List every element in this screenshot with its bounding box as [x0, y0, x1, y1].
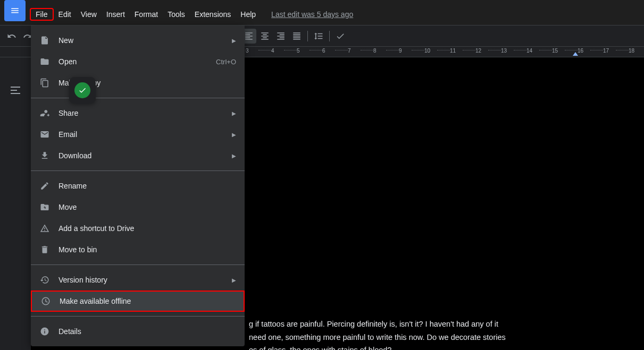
ruler-number: 4 — [271, 48, 297, 54]
menu-divider — [31, 316, 245, 317]
file-menu-open[interactable]: Open Ctrl+O — [31, 51, 245, 72]
share-icon — [39, 108, 50, 118]
menu-edit[interactable]: Edit — [54, 8, 76, 21]
more-button[interactable] — [333, 29, 348, 44]
file-menu-share[interactable]: Share ▶ — [31, 103, 245, 124]
document-outline-icon[interactable] — [9, 84, 22, 97]
new-doc-icon — [39, 35, 50, 46]
file-menu-label: Add a shortcut to Drive — [58, 224, 134, 233]
keyboard-shortcut: Ctrl+O — [216, 58, 236, 66]
submenu-arrow-icon: ▶ — [232, 38, 236, 44]
last-edit-link[interactable]: Last edit was 5 days ago — [271, 10, 353, 19]
checkmark-icon — [74, 82, 90, 98]
file-menu-move-to-bin[interactable]: Move to bin — [31, 239, 245, 260]
menu-extensions[interactable]: Extensions — [190, 8, 236, 21]
file-menu-version-history[interactable]: Version history ▶ — [31, 269, 245, 291]
header-bar: The maple of pain ☆ File Edit View Inser… — [0, 0, 644, 25]
file-menu-label: Rename — [58, 182, 87, 190]
trash-icon — [39, 244, 50, 255]
copy-icon — [39, 78, 50, 88]
ruler-number: 17 — [603, 48, 629, 54]
submenu-arrow-icon: ▶ — [232, 110, 236, 116]
file-menu-email[interactable]: Email ▶ — [31, 124, 245, 145]
file-menu-label: Details — [58, 327, 81, 336]
ruler-number: 10 — [424, 48, 450, 54]
menu-divider — [31, 98, 245, 98]
email-icon — [39, 129, 50, 140]
file-menu-label: Share — [58, 109, 78, 117]
document-text-line: g if tattoos are painful. Piercing defin… — [249, 318, 628, 331]
file-menu-make-available-offline[interactable]: Make available offline — [31, 291, 245, 312]
drive-shortcut-icon — [39, 223, 50, 234]
file-menu-details[interactable]: Details — [31, 321, 245, 342]
file-menu-label: Move to bin — [58, 245, 97, 254]
file-menu-label: New — [58, 36, 73, 45]
menu-format[interactable]: Format — [130, 8, 163, 21]
menu-bar: File Edit View Insert Format Tools Exten… — [30, 8, 353, 21]
file-menu-label: Email — [58, 130, 77, 139]
ruler-number: 7 — [348, 48, 373, 54]
file-menu-add-shortcut[interactable]: Add a shortcut to Drive — [31, 218, 245, 239]
document-text-line: need one, something more painful to writ… — [249, 331, 628, 344]
rename-icon — [39, 181, 50, 191]
menu-divider — [31, 264, 245, 265]
undo-button[interactable] — [4, 29, 19, 44]
file-menu-move[interactable]: Move — [31, 197, 245, 218]
divider — [307, 31, 308, 41]
menu-help[interactable]: Help — [236, 8, 261, 21]
ruler-number: 14 — [526, 48, 552, 54]
align-center-button[interactable] — [257, 29, 272, 44]
download-icon — [39, 150, 50, 161]
file-menu-label: Version history — [58, 276, 107, 284]
ruler-number: 13 — [501, 48, 526, 54]
ruler-number: 16 — [578, 48, 603, 54]
file-menu-download[interactable]: Download ▶ — [31, 145, 245, 166]
ruler-number: 9 — [399, 48, 424, 54]
document-text-line: es of glass, the ones with stains of blo… — [249, 344, 628, 350]
file-menu-label: Move — [58, 203, 77, 211]
submenu-arrow-icon: ▶ — [232, 277, 236, 283]
left-panel — [0, 57, 31, 350]
ruler-number: 12 — [475, 48, 501, 54]
submenu-arrow-icon: ▶ — [232, 153, 236, 159]
align-right-button[interactable] — [273, 29, 288, 44]
file-menu-make-copy[interactable]: Make a copy — [31, 72, 245, 93]
ruler-number: 6 — [322, 48, 348, 54]
file-menu-new[interactable]: New ▶ — [31, 30, 245, 51]
menu-file[interactable]: File — [30, 8, 54, 21]
history-icon — [39, 275, 50, 285]
align-justify-button[interactable] — [289, 29, 304, 44]
ruler-number: 8 — [373, 48, 399, 54]
move-icon — [39, 202, 50, 212]
file-menu-dropdown: New ▶ Open Ctrl+O Make a copy Share ▶ Em… — [31, 25, 245, 346]
line-spacing-button[interactable] — [311, 29, 326, 44]
submenu-arrow-icon: ▶ — [232, 132, 236, 138]
menu-insert[interactable]: Insert — [102, 8, 130, 21]
docs-logo[interactable] — [4, 0, 26, 21]
success-toast — [69, 77, 96, 104]
ruler-number: 11 — [450, 48, 475, 54]
info-icon — [39, 326, 50, 337]
file-menu-rename[interactable]: Rename — [31, 175, 245, 197]
file-menu-label: Make available offline — [60, 297, 131, 305]
ruler-number: 18 — [629, 48, 644, 54]
folder-icon — [39, 56, 50, 67]
menu-view[interactable]: View — [76, 8, 102, 21]
file-menu-label: Download — [58, 151, 91, 160]
ruler-number: 3 — [246, 48, 271, 54]
divider — [329, 31, 330, 41]
offline-icon — [40, 296, 51, 306]
ruler-number: 5 — [297, 48, 322, 54]
menu-divider — [31, 170, 245, 171]
menu-tools[interactable]: Tools — [163, 8, 190, 21]
right-indent-marker[interactable] — [573, 52, 578, 56]
file-menu-label: Open — [58, 57, 77, 66]
